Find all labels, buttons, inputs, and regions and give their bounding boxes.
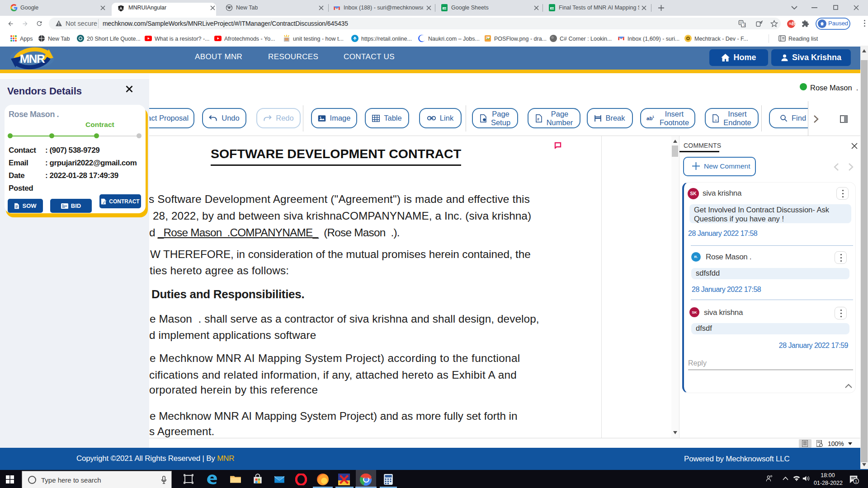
svg-text:#: #	[537, 117, 539, 122]
svg-text:1: 1	[652, 115, 654, 118]
svg-text:1: 1	[855, 479, 857, 483]
svg-text:ab: ab	[646, 116, 652, 121]
svg-text:G: G	[740, 21, 742, 25]
svg-text:iii: iii	[715, 119, 717, 122]
svg-text:文: 文	[743, 23, 745, 27]
svg-text:MNR: MNR	[20, 52, 45, 66]
